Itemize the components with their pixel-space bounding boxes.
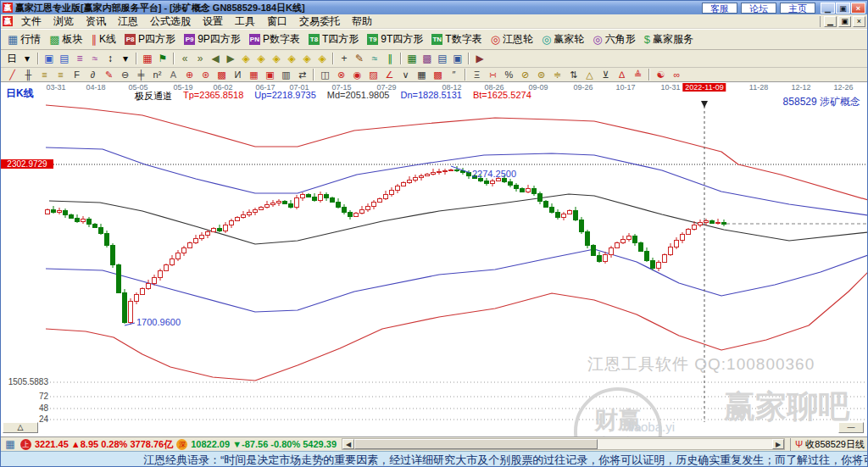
- wave-icon[interactable]: ≈: [367, 53, 382, 65]
- menu-交易委托[interactable]: 交易委托: [293, 14, 346, 28]
- kline-chart-area[interactable]: 日K线 03-3104-1805-0505-1906-0206-1707-010…: [1, 82, 867, 436]
- zigzag-icon[interactable]: И: [230, 69, 246, 81]
- gann-diamond-1-icon[interactable]: ◈: [238, 53, 253, 65]
- service-button[interactable]: 客服: [702, 3, 737, 14]
- gold-grid-icon[interactable]: ≡: [36, 69, 53, 81]
- mdi-restore-button[interactable]: ▣: [838, 16, 851, 27]
- period-caret-icon[interactable]: ▾: [19, 53, 35, 65]
- fib-icon[interactable]: F: [69, 69, 85, 81]
- hatch-icon[interactable]: ╫: [20, 69, 36, 81]
- hexagon-button[interactable]: ◎六角形: [589, 31, 638, 47]
- gann-diamond-5-icon[interactable]: ◈: [299, 53, 314, 65]
- gold-grid2-icon[interactable]: ≡: [53, 69, 69, 81]
- rays-icon[interactable]: ⊗: [333, 69, 349, 81]
- ellipse-icon[interactable]: ⊖: [117, 69, 133, 81]
- gann-diamond-2-icon[interactable]: ◈: [253, 53, 269, 65]
- menu-文件[interactable]: 文件: [15, 14, 47, 28]
- menu-窗口[interactable]: 窗口: [261, 14, 293, 28]
- gann-diamond-4-icon[interactable]: ◈: [284, 53, 299, 65]
- p9-square-button[interactable]: P99P四方形: [181, 31, 244, 47]
- menu-浏览[interactable]: 浏览: [47, 14, 80, 28]
- circle-cross-icon[interactable]: ⊕: [181, 69, 198, 81]
- menu-设置[interactable]: 设置: [197, 14, 229, 28]
- menu-公式选股[interactable]: 公式选股: [144, 14, 197, 28]
- scrollbar-track[interactable]: [598, 439, 773, 449]
- horizontal-scrollbar[interactable]: ◀ ▶: [342, 438, 785, 450]
- homepage-button[interactable]: 主页: [780, 3, 815, 14]
- scale-icon[interactable]: ↕: [103, 53, 118, 65]
- calendar-icon[interactable]: ▦: [404, 53, 420, 65]
- filled-box-icon[interactable]: ▣: [262, 69, 278, 81]
- restore-button[interactable]: ▣: [836, 3, 850, 14]
- flag-icon[interactable]: ⚑: [155, 53, 170, 65]
- menu-资讯[interactable]: 资讯: [80, 14, 112, 28]
- mdi-close-button[interactable]: ×: [853, 16, 865, 27]
- winner-wheel-button[interactable]: ◎赢家轮: [538, 31, 587, 47]
- menu-工具[interactable]: 工具: [229, 14, 261, 28]
- mdi-minimize-button[interactable]: ▁: [824, 16, 837, 27]
- slash-circle-icon[interactable]: ⊘: [517, 69, 533, 81]
- parallel-lines-icon[interactable]: ∥: [382, 53, 398, 65]
- swap-icon[interactable]: ⇄: [294, 69, 310, 81]
- scroll-right-button[interactable]: ▶: [772, 439, 784, 449]
- star-circle-icon[interactable]: ⊛: [198, 69, 214, 81]
- columns-icon[interactable]: ▥: [278, 69, 294, 81]
- pane-toggle-button[interactable]: △: [3, 422, 38, 433]
- red-pen-icon[interactable]: ✎: [101, 69, 117, 81]
- send-icon[interactable]: ▶: [472, 53, 487, 65]
- collapse-button[interactable]: —: [838, 422, 864, 433]
- quotes-button[interactable]: ▦行情: [4, 31, 44, 47]
- sectors-button[interactable]: ▩板块: [46, 31, 86, 47]
- first-icon[interactable]: «: [177, 53, 192, 65]
- dense-grid-icon[interactable]: ▩: [430, 69, 446, 81]
- spiral-icon[interactable]: ∂: [85, 69, 101, 81]
- kline-button[interactable]: ∥K线: [88, 31, 120, 47]
- grid-lines-icon[interactable]: ╪: [133, 69, 149, 81]
- scrollbar-thumb[interactable]: [354, 439, 598, 449]
- winner-service-button[interactable]: $赢家服务: [641, 31, 697, 47]
- yinyang-icon[interactable]: ☯: [653, 69, 669, 81]
- def-icon[interactable]: ≜: [630, 69, 646, 81]
- menu-帮助[interactable]: 帮助: [346, 14, 378, 28]
- period-day-icon[interactable]: 日: [4, 53, 19, 65]
- split-box-icon[interactable]: ◫: [317, 69, 333, 81]
- levels-icon[interactable]: Ξ: [469, 69, 485, 81]
- report-icon[interactable]: ▤: [435, 53, 450, 65]
- calculator-icon[interactable]: ▩: [420, 53, 435, 65]
- forum-button[interactable]: 论坛: [741, 3, 776, 14]
- scroll-left-button[interactable]: ◀: [342, 439, 354, 449]
- minimize-button[interactable]: ▁: [821, 3, 835, 14]
- t-number-table-button[interactable]: TNT数字表: [428, 31, 485, 47]
- dropdown-caret-icon[interactable]: ▾: [118, 53, 133, 65]
- hatch-box-icon[interactable]: ▨: [365, 69, 381, 81]
- infinity-icon[interactable]: ∞: [669, 69, 685, 81]
- angle-icon[interactable]: ∠: [381, 69, 398, 81]
- gann-wheel-button[interactable]: ◎江恩轮: [487, 31, 537, 47]
- n-square-icon[interactable]: n²: [149, 69, 165, 81]
- delta-icon[interactable]: ∆: [614, 69, 630, 81]
- t9-square-button[interactable]: T99T四方形: [364, 31, 426, 47]
- last-icon[interactable]: »: [192, 53, 208, 65]
- shenzhen-index-quote[interactable]: 10822.09 ▼-87.56 -0.80% 5429.39: [191, 439, 337, 449]
- curve-icon[interactable]: ≈: [87, 53, 103, 65]
- percent-icon[interactable]: %: [501, 69, 517, 81]
- save-icon[interactable]: ▣: [450, 53, 465, 65]
- grid-box-icon[interactable]: ▦: [246, 69, 262, 81]
- xor-icon[interactable]: ⊻: [598, 69, 614, 81]
- hand-tool-icon[interactable]: +: [337, 53, 352, 65]
- pencil-icon[interactable]: ✎: [352, 53, 367, 65]
- ratio-icon[interactable]: ∺: [485, 69, 501, 81]
- menu-江恩[interactable]: 江恩: [112, 14, 144, 28]
- shanghai-index-quote[interactable]: 3221.45 ▲8.95 0.28% 3778.76亿: [35, 438, 173, 451]
- bars-icon[interactable]: ≡: [72, 53, 87, 65]
- prev-icon[interactable]: ◀: [208, 53, 223, 65]
- table-icon[interactable]: ▦: [414, 69, 430, 81]
- equal-circle-icon[interactable]: ⊜: [533, 69, 549, 81]
- triangle-icon[interactable]: △: [581, 69, 598, 81]
- region-icon[interactable]: ▦: [140, 53, 155, 65]
- pen-icon[interactable]: ╱: [4, 69, 20, 81]
- target-icon[interactable]: ◉: [349, 69, 365, 81]
- check-icon[interactable]: ∨: [398, 69, 414, 81]
- panel-icon[interactable]: ▤: [57, 53, 72, 65]
- gann-diamond-3-icon[interactable]: ◈: [269, 53, 284, 65]
